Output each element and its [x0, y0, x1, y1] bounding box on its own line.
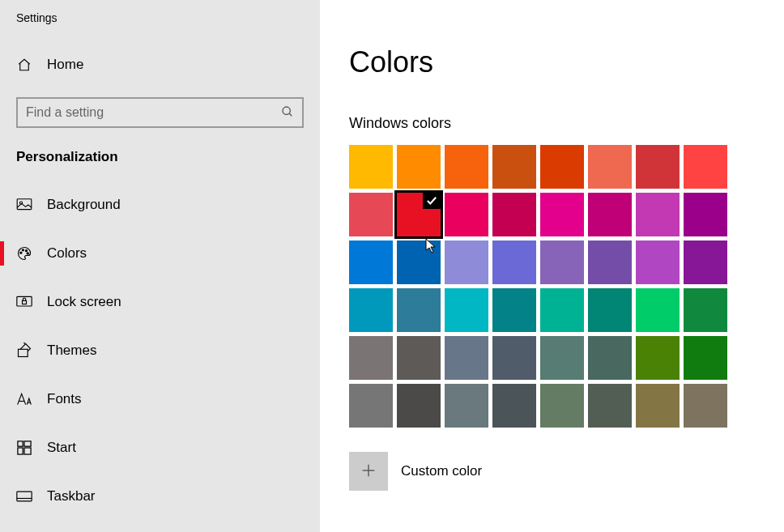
custom-color-label: Custom color	[401, 463, 482, 479]
color-swatch[interactable]	[492, 384, 536, 428]
svg-rect-17	[17, 492, 32, 501]
color-swatch[interactable]	[636, 145, 680, 189]
app-title: Settings	[0, 11, 320, 49]
background-icon	[16, 197, 32, 213]
check-icon	[423, 193, 441, 209]
color-swatch[interactable]	[397, 288, 441, 332]
plus-icon	[360, 462, 377, 482]
color-swatch[interactable]	[397, 384, 441, 428]
color-swatch[interactable]	[492, 145, 536, 189]
main-content: Colors Windows colors Custom color	[320, 0, 784, 532]
svg-rect-15	[18, 448, 23, 454]
color-swatch[interactable]	[445, 384, 488, 428]
color-swatch[interactable]	[397, 193, 441, 236]
color-swatch[interactable]	[397, 336, 441, 380]
nav-home-label: Home	[47, 57, 83, 73]
color-swatch[interactable]	[492, 336, 536, 380]
nav-item-label: Taskbar	[47, 488, 96, 504]
color-swatch[interactable]	[540, 145, 584, 189]
taskbar-icon	[16, 488, 32, 504]
color-swatch[interactable]	[588, 240, 632, 284]
color-swatch[interactable]	[349, 145, 393, 189]
svg-rect-2	[17, 199, 32, 210]
nav-item-lock-screen[interactable]: Lock screen	[0, 283, 320, 321]
color-swatch[interactable]	[492, 288, 536, 332]
color-swatch[interactable]	[684, 240, 727, 284]
page-title: Colors	[349, 45, 755, 79]
svg-rect-14	[24, 441, 31, 446]
svg-rect-10	[19, 349, 28, 356]
nav-item-background[interactable]: Background	[0, 186, 320, 223]
color-swatch[interactable]	[349, 240, 393, 284]
nav-list: BackgroundColorsLock screenThemesFontsSt…	[0, 186, 320, 515]
nav-item-taskbar[interactable]: Taskbar	[0, 478, 320, 515]
svg-rect-13	[18, 441, 23, 446]
color-swatch[interactable]	[636, 288, 680, 332]
color-swatch[interactable]	[445, 145, 488, 189]
nav-item-start[interactable]: Start	[0, 429, 320, 466]
color-swatch-grid	[349, 145, 755, 428]
color-swatch[interactable]	[684, 288, 727, 332]
color-swatch[interactable]	[588, 145, 632, 189]
search-input[interactable]	[26, 105, 281, 120]
windows-colors-heading: Windows colors	[349, 115, 755, 132]
color-swatch[interactable]	[540, 240, 584, 284]
color-swatch[interactable]	[540, 193, 584, 236]
color-swatch[interactable]	[588, 336, 632, 380]
color-swatch[interactable]	[397, 145, 441, 189]
color-swatch[interactable]	[349, 384, 393, 428]
color-swatch[interactable]	[636, 240, 680, 284]
svg-point-4	[20, 252, 22, 253]
color-swatch[interactable]	[636, 384, 680, 428]
nav-item-label: Themes	[47, 343, 96, 359]
nav-item-fonts[interactable]: Fonts	[0, 381, 320, 418]
color-swatch[interactable]	[636, 193, 680, 236]
svg-point-0	[283, 107, 290, 114]
color-swatch[interactable]	[492, 240, 536, 284]
color-swatch[interactable]	[588, 384, 632, 428]
search-box[interactable]	[16, 97, 304, 128]
color-swatch[interactable]	[349, 336, 393, 380]
color-swatch[interactable]	[445, 288, 488, 332]
search-icon	[281, 105, 294, 121]
color-swatch[interactable]	[492, 193, 536, 236]
svg-rect-9	[23, 300, 27, 304]
sidebar: Settings Home Personalization Background…	[0, 0, 320, 532]
lock-screen-icon	[16, 294, 32, 310]
color-swatch[interactable]	[349, 193, 393, 236]
color-swatch[interactable]	[445, 193, 488, 236]
start-icon	[16, 440, 32, 456]
color-swatch[interactable]	[540, 336, 584, 380]
color-swatch[interactable]	[588, 288, 632, 332]
color-swatch[interactable]	[540, 384, 584, 428]
color-swatch[interactable]	[397, 240, 441, 284]
nav-item-label: Start	[47, 440, 76, 456]
svg-point-7	[27, 253, 28, 254]
nav-home[interactable]: Home	[0, 49, 320, 81]
color-swatch[interactable]	[445, 336, 488, 380]
home-icon	[16, 57, 32, 73]
search-container	[0, 97, 320, 149]
color-swatch[interactable]	[636, 336, 680, 380]
nav-item-themes[interactable]: Themes	[0, 332, 320, 369]
color-swatch[interactable]	[684, 336, 727, 380]
color-swatch[interactable]	[684, 145, 727, 189]
color-swatch[interactable]	[349, 288, 393, 332]
svg-point-5	[22, 249, 23, 251]
color-swatch[interactable]	[445, 240, 488, 284]
color-swatch[interactable]	[684, 384, 727, 428]
custom-color-row[interactable]: Custom color	[349, 452, 755, 491]
svg-line-1	[289, 113, 292, 116]
svg-rect-16	[24, 448, 31, 454]
color-swatch[interactable]	[588, 193, 632, 236]
nav-item-label: Colors	[47, 245, 87, 262]
themes-icon	[16, 343, 32, 359]
color-swatch[interactable]	[540, 288, 584, 332]
nav-item-label: Background	[47, 197, 121, 213]
custom-color-button[interactable]	[349, 452, 388, 491]
fonts-icon	[16, 391, 32, 407]
color-swatch[interactable]	[684, 193, 727, 236]
nav-item-colors[interactable]: Colors	[0, 235, 320, 272]
colors-icon	[16, 245, 32, 262]
svg-point-6	[25, 250, 27, 252]
